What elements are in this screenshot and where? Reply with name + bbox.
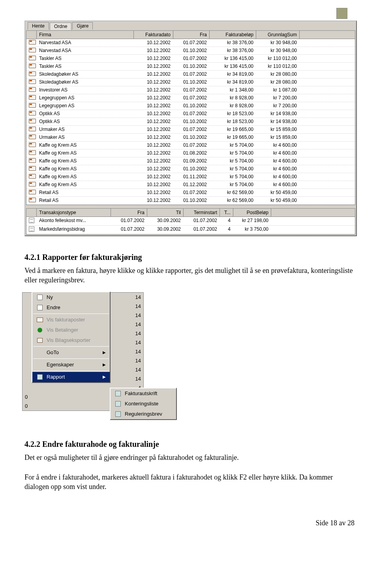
tab-hente[interactable]: Hente (28, 22, 49, 30)
cell-grunnlagsum: kr 4 600,00 (256, 165, 300, 173)
table-row[interactable]: Urmaker AS10.12.200201.10.2002kr 19 665,… (26, 134, 355, 142)
cell-fakturabelop: kr 18 523,00 (210, 118, 256, 125)
table-row[interactable]: Urmaker AS10.12.200201.07.2002kr 19 665,… (26, 126, 355, 134)
cell-firma: Narvestad ASA (37, 39, 134, 47)
cell-grunnlagsum: kr 1 087,00 (256, 86, 300, 94)
bg-val-0: 0 (25, 394, 28, 400)
rapport-submenu: Fakturautskrift Konteringsliste Reguleri… (110, 388, 177, 420)
cell-grunnlagsum: kr 14 938,00 (256, 118, 300, 125)
table-row[interactable]: Taskler AS10.12.200201.07.2002kr 136 415… (26, 55, 355, 63)
cell-grunnlagsum: kr 30 948,00 (256, 39, 300, 47)
cell-grunnlagsum: kr 14 938,00 (256, 110, 300, 118)
faktura-icon (29, 48, 36, 52)
menu-goto[interactable]: GoTo▶ (32, 347, 110, 358)
menu-vis-betalinger[interactable]: Vis Betalinger (32, 325, 110, 335)
col-fra[interactable]: Fra (173, 31, 210, 39)
cell-til: 30.09.2002 (147, 217, 184, 225)
table-row[interactable]: Kaffe og Krem AS10.12.200201.07.2002kr 5… (26, 142, 355, 149)
menu-vis-bilagseksporter[interactable]: Vis Bilagseksporter (32, 335, 110, 345)
cell-fakturadato: 10.12.2002 (134, 157, 173, 165)
menu-vis-fakturaposter[interactable]: Vis fakturaposter (32, 315, 110, 325)
table-row[interactable]: Markedsføringsbidrag01.07.200230.09.2002… (26, 226, 355, 234)
faktura-icon (29, 190, 36, 194)
cell-terminstart: 01.07.2002 (184, 217, 220, 225)
cell-fra: 01.07.2002 (111, 226, 147, 234)
col2-fra[interactable]: Fra (111, 209, 147, 217)
submenu-fakturautskrift[interactable]: Fakturautskrift (111, 388, 176, 399)
cell-fra: 01.07.2002 (173, 39, 210, 47)
cell-fakturabelop: kr 5 704,00 (210, 173, 256, 181)
cell-fakturabelop: kr 38 376,00 (210, 47, 256, 54)
paragraph-4-2-1: Ved å markere en faktura, høyre klikke o… (24, 266, 357, 285)
table-row[interactable]: Kaffe og Krem AS10.12.200201.11.2002kr 5… (26, 173, 355, 181)
col2-icon[interactable] (26, 209, 37, 217)
table-row[interactable]: Retail AS10.12.200201.07.2002kr 62 569,0… (26, 189, 355, 197)
col-grunnlagsum[interactable]: GrunnlagSum (256, 31, 300, 39)
tab-gjore[interactable]: Gjøre (72, 22, 93, 30)
col2-t[interactable]: T... (220, 209, 233, 217)
bg-val: 14 (135, 340, 141, 345)
table-row[interactable]: Legegruppen AS10.12.200201.07.2002kr 8 9… (26, 94, 355, 102)
menu-rapport[interactable]: Rapport▶ (32, 372, 110, 382)
bg-val: 14 (135, 294, 141, 300)
cell-grunnlagsum: kr 4 600,00 (256, 157, 300, 165)
cell-firma: Skoledagbøker AS (37, 78, 134, 86)
cell-fakturadato: 10.12.2002 (134, 63, 173, 70)
table-row[interactable]: Kaffe og Krem AS10.12.200201.12.2002kr 5… (26, 181, 355, 189)
col2-til[interactable]: Til (147, 209, 184, 217)
table-row[interactable]: Narvestad ASA10.12.200201.07.2002kr 38 3… (26, 39, 355, 47)
table-row[interactable]: Kaffe og Krem AS10.12.200201.09.2002kr 5… (26, 157, 355, 165)
cell-fakturadato: 10.12.2002 (134, 126, 173, 133)
table-row[interactable]: Akonto felleskost mv...01.07.200230.09.2… (26, 217, 355, 226)
col-fakturabelop[interactable]: Fakturabeløp (210, 31, 256, 39)
cell-grunnlagsum: kr 15 859,00 (256, 126, 300, 133)
context-menu: Ny Endre Vis fakturaposter Vis Betalinge… (32, 291, 111, 383)
table-row[interactable]: Optikk AS10.12.200201.07.2002kr 18 523,0… (26, 110, 355, 118)
table-row[interactable]: Narvestad ASA10.12.200201.10.2002kr 38 3… (26, 47, 355, 55)
bg-val: 14 (135, 376, 141, 382)
menu-separator (33, 358, 109, 359)
col2-type[interactable]: Transaksjonstype (37, 209, 111, 217)
submenu-konteringsliste[interactable]: Konteringsliste (111, 399, 176, 409)
table-row[interactable]: Taskler AS10.12.200201.10.2002kr 136 415… (26, 63, 355, 71)
col2-terminstart[interactable]: Terminstart (184, 209, 220, 217)
paragraph-4-2-2-a: Det er også muligheter til å gjøre endri… (24, 453, 357, 462)
menu-endre[interactable]: Endre (32, 302, 110, 313)
col-fakturadato[interactable]: Fakturadato (134, 31, 173, 39)
cell-fra: 01.07.2002 (173, 126, 210, 133)
grid-window: Hente Ordne Gjøre Firma Fakturadato Fra … (24, 21, 357, 236)
faktura-icon (29, 56, 36, 60)
table-row[interactable]: Optikk AS10.12.200201.10.2002kr 18 523,0… (26, 118, 355, 126)
col-icon[interactable] (26, 31, 37, 39)
table-row[interactable]: Skoledagbøker AS10.12.200201.07.2002kr 3… (26, 71, 355, 78)
cell-fakturadato: 10.12.2002 (134, 142, 173, 149)
faktura-icon (29, 71, 36, 76)
submenu-reguleringsbrev[interactable]: Reguleringsbrev (111, 409, 176, 419)
table-row[interactable]: Kaffe og Krem AS10.12.200201.08.2002kr 5… (26, 149, 355, 157)
bg-val: 14 (135, 349, 141, 355)
cell-type: Markedsføringsbidrag (37, 226, 111, 234)
col-firma[interactable]: Firma (37, 31, 134, 39)
menu-ny[interactable]: Ny (32, 292, 110, 302)
cell-firma: Narvestad ASA (37, 47, 134, 54)
col2-postbelop[interactable]: PostBeløp (233, 209, 271, 217)
faktura-icon (29, 142, 36, 147)
paragraph-4-2-2-b: For å endre i fakturahodet, markeres akt… (24, 472, 357, 492)
table-row[interactable]: Investorer AS10.12.200201.07.2002kr 1 34… (26, 86, 355, 94)
table-row[interactable]: Kaffe og Krem AS10.12.200201.10.2002kr 5… (26, 165, 355, 173)
cell-fra: 01.07.2002 (173, 110, 210, 118)
table-row[interactable]: Legegruppen AS10.12.200201.10.2002kr 8 9… (26, 102, 355, 110)
tab-ordne[interactable]: Ordne (50, 22, 71, 30)
table-row[interactable]: Skoledagbøker AS10.12.200201.10.2002kr 3… (26, 78, 355, 86)
cell-fra: 01.10.2002 (173, 134, 210, 141)
bg-val-0: 0 (25, 403, 28, 409)
cell-fra: 01.09.2002 (173, 157, 210, 165)
cell-firma: Optikk AS (37, 110, 134, 118)
grid-fakturaer: Firma Fakturadato Fra Fakturabeløp Grunn… (26, 30, 355, 205)
cell-fakturabelop: kr 1 348,00 (210, 86, 256, 94)
table-row[interactable]: Retail AS10.12.200201.10.2002kr 62 569,0… (26, 197, 355, 205)
cell-fakturabelop: kr 19 665,00 (210, 126, 256, 133)
menu-egenskaper[interactable]: Egenskaper▶ (32, 360, 110, 370)
grid-header: Firma Fakturadato Fra Fakturabeløp Grunn… (26, 31, 355, 39)
cell-fakturadato: 10.12.2002 (134, 86, 173, 94)
